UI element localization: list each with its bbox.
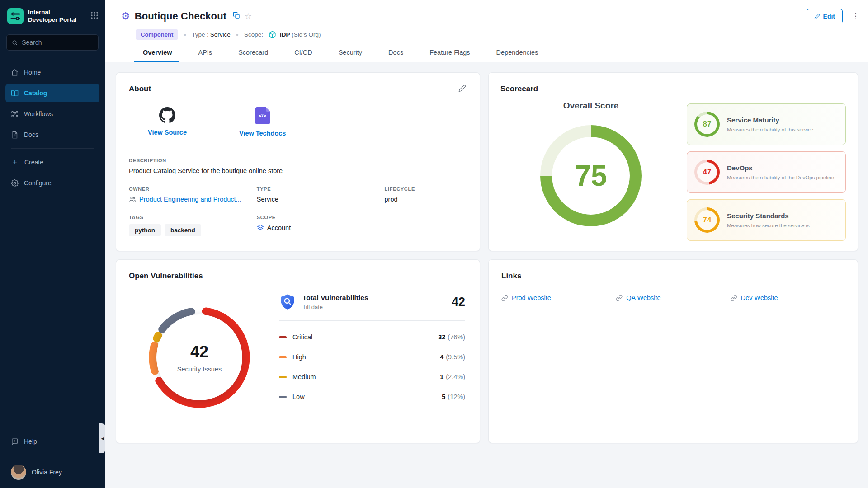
apps-grid-icon[interactable]: [90, 11, 99, 21]
severity-row-high: High 4 (9.5%): [279, 353, 465, 361]
user-menu[interactable]: Olivia Frey: [0, 460, 105, 482]
user-name: Olivia Frey: [32, 469, 62, 476]
medium-dash-icon: [279, 376, 287, 378]
account-scope-icon: [257, 224, 264, 231]
security-issues-label: Security Issues: [177, 366, 222, 373]
total-vulnerabilities-count: 42: [452, 295, 465, 309]
search-icon: [12, 39, 18, 46]
link-dev-website[interactable]: Dev Website: [731, 294, 845, 301]
cube-icon: [269, 31, 276, 38]
breadcrumb: Component ● Type : Service ● Scope: IDP …: [136, 29, 858, 40]
search-input[interactable]: [22, 39, 93, 46]
gear-icon: [11, 179, 19, 187]
link-qa-website[interactable]: QA Website: [616, 294, 730, 301]
sidebar-item-catalog[interactable]: Catalog: [5, 84, 99, 102]
sidebar-item-home[interactable]: Home: [5, 63, 99, 81]
scorecard-item-service-maturity[interactable]: 87 Service Maturity Measures the reliabi…: [687, 103, 846, 145]
mini-score-ring: 74: [694, 207, 720, 233]
scorecard-item-security-standards[interactable]: 74 Security Standards Measures how secur…: [687, 199, 846, 241]
page-title: Boutique Checkout: [135, 10, 226, 22]
about-edit-pencil-icon[interactable]: [458, 84, 466, 94]
severity-row-medium: Medium 1 (2.4%): [279, 373, 465, 380]
view-source-link[interactable]: View Source: [148, 107, 187, 137]
tab-feature-flags[interactable]: Feature Flags: [429, 49, 471, 62]
copy-icon[interactable]: [233, 12, 240, 21]
overall-score-label: Overall Score: [563, 101, 619, 111]
tab-docs[interactable]: Docs: [387, 49, 404, 62]
till-date-label: Till date: [302, 304, 368, 310]
tab-dependencies[interactable]: Dependencies: [495, 49, 539, 62]
critical-dash-icon: [279, 336, 287, 338]
scope-value: IDP: [280, 31, 290, 38]
scorecard-title: Scorecard: [500, 84, 846, 94]
vulnerabilities-title: Open Vulnerabilities: [129, 272, 467, 281]
severity-row-low: Low 5 (12%): [279, 393, 465, 400]
view-techdocs-link[interactable]: </> View Techdocs: [239, 107, 286, 137]
overall-score-value: 75: [540, 125, 642, 226]
mini-score-ring: 47: [694, 160, 720, 185]
avatar: [11, 465, 26, 480]
main-area: ⚙ Boutique Checkout ☆ Edit ⋮ Component ●…: [105, 0, 868, 488]
scorecard-card: Scorecard Overall Score 75 87 Service Ma…: [488, 72, 858, 251]
techdocs-icon: </>: [255, 107, 270, 124]
sidebar-collapse-handle[interactable]: ◀: [99, 423, 105, 453]
sidebar-item-create[interactable]: + Create: [5, 153, 99, 171]
plus-icon: +: [11, 159, 19, 166]
tags-label: TAGS: [129, 215, 257, 220]
type-value: Service: [257, 196, 385, 203]
low-dash-icon: [279, 396, 287, 398]
kebab-menu-icon[interactable]: ⋮: [852, 14, 858, 18]
about-card: About View Source </> View Techdocs DESC…: [116, 72, 480, 251]
vulnerabilities-donut: 42 Security Issues: [145, 303, 254, 412]
edit-button[interactable]: Edit: [807, 9, 843, 23]
overall-score-donut: 75: [540, 125, 642, 226]
type-value: Service: [210, 31, 231, 38]
tab-scorecard[interactable]: Scorecard: [237, 49, 269, 62]
about-title: About: [129, 84, 467, 94]
tab-security[interactable]: Security: [338, 49, 363, 62]
security-issues-count: 42: [190, 343, 208, 361]
favorite-star-icon[interactable]: ☆: [245, 11, 252, 21]
sidebar-item-docs[interactable]: Docs: [5, 126, 99, 144]
brand: Internal Developer Portal: [0, 0, 105, 31]
owner-label: OWNER: [129, 186, 257, 192]
link-icon: [501, 295, 508, 301]
owner-link[interactable]: Product Engineering and Product...: [129, 196, 257, 203]
scope-label: SCOPE: [257, 215, 467, 220]
tabs: Overview APIs Scorecard CI/CD Security D…: [121, 49, 858, 62]
user-divider: [5, 455, 99, 455]
sidebar-search[interactable]: [6, 34, 99, 51]
sidebar-item-help[interactable]: ? Help: [5, 432, 99, 450]
tab-cicd[interactable]: CI/CD: [293, 49, 313, 62]
app-logo-icon: [7, 8, 24, 24]
links-card: Links Prod Website QA Website Dev Websit…: [488, 259, 858, 443]
scope-account-value: Account: [267, 224, 291, 231]
brand-title: Internal Developer Portal: [28, 9, 86, 24]
page-header: ⚙ Boutique Checkout ☆ Edit ⋮ Component ●…: [105, 0, 868, 62]
tab-overview[interactable]: Overview: [142, 49, 173, 62]
pencil-icon: [814, 14, 820, 19]
description-value: Product Catalog Service for the boutique…: [129, 167, 467, 174]
links-title: Links: [501, 272, 845, 281]
github-icon: [159, 107, 175, 123]
sidebar: Internal Developer Portal Home Catalog: [0, 0, 105, 488]
total-vulnerabilities-label: Total Vulnerabilities: [302, 294, 368, 302]
help-icon: ?: [11, 438, 19, 446]
component-badge: Component: [136, 29, 178, 40]
sidebar-item-configure[interactable]: Configure: [5, 174, 99, 192]
tab-apis[interactable]: APIs: [198, 49, 213, 62]
group-icon: [129, 196, 136, 203]
workflows-icon: [11, 110, 19, 118]
type-label: TYPE: [257, 186, 385, 192]
docs-icon: [11, 131, 19, 139]
component-gear-icon: ⚙: [121, 11, 130, 21]
link-icon: [731, 295, 737, 301]
sidebar-item-workflows[interactable]: Workflows: [5, 105, 99, 123]
severity-row-critical: Critical 32 (76%): [279, 333, 465, 341]
scorecard-item-devops[interactable]: 47 DevOps Measures the reliability of th…: [687, 151, 846, 193]
link-prod-website[interactable]: Prod Website: [501, 294, 616, 301]
sidebar-nav: Home Catalog Workflows Docs + Create Con…: [0, 57, 105, 195]
mini-score-ring: 87: [694, 112, 720, 137]
tag-pill[interactable]: python: [129, 224, 161, 236]
tag-pill[interactable]: backend: [165, 224, 201, 236]
